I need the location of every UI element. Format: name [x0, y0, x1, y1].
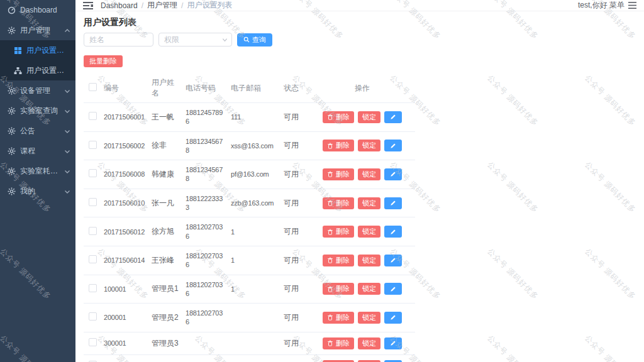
breadcrumb-dashboard[interactable]: Dashboard	[101, 1, 138, 10]
row-checkbox[interactable]	[89, 312, 97, 321]
cell-id: 100001	[99, 275, 147, 304]
pencil-icon	[390, 114, 396, 120]
cell-phone	[180, 332, 226, 354]
delete-button[interactable]: 删除	[323, 111, 354, 123]
lock-button[interactable]: 锁定	[358, 255, 380, 266]
delete-button-label: 删除	[336, 112, 350, 122]
sidebar-item-label: Dashboard	[20, 6, 70, 14]
delete-button[interactable]: 删除	[323, 168, 354, 180]
lock-button[interactable]: 锁定	[358, 111, 380, 123]
row-checkbox[interactable]	[89, 338, 97, 346]
cell-phone: 18812027036	[180, 275, 226, 304]
edit-button[interactable]	[384, 226, 402, 238]
chevron-down-icon	[64, 107, 70, 114]
edit-button[interactable]	[384, 283, 402, 295]
delete-button[interactable]: 删除	[323, 337, 354, 349]
row-checkbox[interactable]	[89, 255, 97, 263]
edit-button[interactable]	[384, 140, 402, 151]
row-checkbox[interactable]	[89, 112, 97, 120]
delete-button[interactable]: 删除	[323, 197, 354, 209]
cell-id: 300001	[99, 332, 147, 354]
table-row: admin test 可用 删除 锁定	[84, 354, 415, 362]
cell-name: 管理员3	[147, 332, 180, 354]
cell-phone: 18812345678	[180, 131, 226, 160]
column-header-status: 状态	[279, 74, 309, 103]
edit-button[interactable]	[384, 197, 402, 209]
delete-button[interactable]: 删除	[323, 283, 354, 295]
top-bar: Dashboard / 用户管理 / 用户设置列表 test,你好 菜单	[75, 0, 644, 11]
lock-button[interactable]: 锁定	[358, 283, 380, 295]
breadcrumb-separator: /	[181, 1, 183, 10]
name-filter-input[interactable]	[84, 33, 153, 47]
batch-delete-button[interactable]: 批量删除	[84, 55, 123, 67]
sidebar-item-7[interactable]: 我的	[0, 181, 75, 201]
cell-id: 20171506002	[99, 131, 147, 160]
table-row: 20171506012 徐方旭 18812027036 1 可用 删除 锁定	[84, 217, 415, 246]
sidebar-submenu: 用户设置列表用户设置添加	[0, 40, 75, 80]
sidebar-item-label: 我的	[20, 186, 63, 197]
delete-button[interactable]: 删除	[323, 312, 354, 324]
cell-name: 徐非	[147, 131, 180, 160]
lock-button[interactable]: 锁定	[358, 197, 380, 209]
sidebar-item-label: 用户管理	[20, 25, 63, 36]
cell-id: 200001	[99, 304, 147, 332]
sidebar-item-2[interactable]: 设备管理	[0, 80, 75, 101]
cell-status: 可用	[279, 246, 309, 275]
row-checkbox[interactable]	[89, 284, 97, 292]
delete-button[interactable]: 删除	[323, 255, 354, 266]
cell-email	[226, 354, 279, 362]
sidebar-item-6[interactable]: 实验室耗材管理	[0, 161, 75, 181]
user-table: 编号 用户姓名 电话号码 电子邮箱 状态 操作 20171506001 王一帆 …	[84, 74, 415, 362]
permission-select[interactable]	[158, 33, 232, 47]
cell-name: 王一帆	[147, 103, 180, 132]
delete-button[interactable]: 删除	[323, 226, 354, 238]
edit-button[interactable]	[384, 337, 402, 349]
chevron-down-icon	[64, 148, 70, 154]
lock-button[interactable]: 锁定	[358, 337, 380, 349]
delete-button-label: 删除	[336, 170, 350, 179]
sidebar-subitem-0[interactable]: 用户设置列表	[0, 40, 75, 60]
pencil-icon	[390, 340, 396, 346]
lock-button[interactable]: 锁定	[358, 168, 380, 180]
sidebar-item-5[interactable]: 课程	[0, 141, 75, 161]
edit-button[interactable]	[384, 111, 402, 123]
breadcrumb-user-management[interactable]: 用户管理	[147, 0, 177, 11]
cell-status: 可用	[279, 160, 309, 189]
cell-id: 20171506012	[99, 217, 147, 246]
trash-icon	[327, 200, 333, 206]
edit-button[interactable]	[384, 255, 402, 266]
trash-icon	[327, 229, 333, 235]
row-checkbox[interactable]	[89, 141, 97, 149]
cell-name: 管理员1	[147, 275, 180, 304]
sidebar-item-3[interactable]: 实验室查询	[0, 101, 75, 121]
cell-id: 20171506008	[99, 160, 147, 189]
chevron-down-icon	[64, 128, 70, 134]
select-all-checkbox[interactable]	[89, 83, 97, 91]
sidebar-item-label: 实验室耗材管理	[20, 166, 63, 177]
cell-name: test	[147, 354, 180, 362]
permission-select-input[interactable]	[158, 33, 232, 47]
trash-icon	[327, 143, 333, 149]
sidebar-item-4[interactable]: 公告	[0, 121, 75, 141]
chevron-down-icon	[64, 168, 70, 174]
sidebar-collapse-icon[interactable]	[83, 1, 93, 10]
user-menu[interactable]: test,你好 菜单	[578, 0, 636, 11]
sidebar-subitem-1[interactable]: 用户设置添加	[0, 60, 75, 80]
search-button[interactable]: 查询	[237, 33, 272, 47]
trash-icon	[327, 286, 333, 292]
delete-button[interactable]: 删除	[323, 140, 354, 151]
delete-button-label: 删除	[336, 256, 350, 265]
lock-button[interactable]: 锁定	[358, 226, 380, 238]
row-checkbox[interactable]	[89, 198, 97, 206]
edit-button[interactable]	[384, 312, 402, 324]
lock-button[interactable]: 锁定	[358, 140, 380, 151]
row-checkbox[interactable]	[89, 227, 97, 235]
row-checkbox[interactable]	[89, 169, 97, 177]
lock-button[interactable]: 锁定	[358, 312, 380, 324]
cell-phone: 18812027036	[180, 304, 226, 332]
delete-button-label: 删除	[336, 284, 350, 293]
sidebar-item-1[interactable]: 用户管理	[0, 20, 75, 40]
edit-button[interactable]	[384, 168, 402, 180]
main-area: Dashboard / 用户管理 / 用户设置列表 test,你好 菜单 用户设…	[75, 0, 644, 362]
sidebar-item-dashboard[interactable]: Dashboard	[0, 0, 75, 20]
